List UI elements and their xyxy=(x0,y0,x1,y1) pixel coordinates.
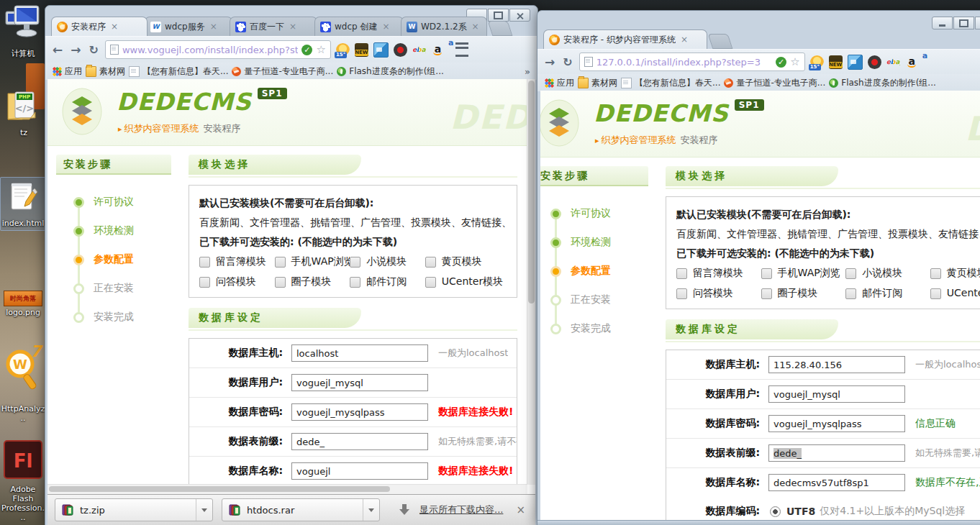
tab-close-icon[interactable] xyxy=(471,22,481,32)
module-option[interactable]: 留言簿模块 xyxy=(676,267,761,280)
desktop-icon-httpanalyzer[interactable]: 7 W HttpAnalyz.. xyxy=(1,344,45,423)
vertical-scrollbar-thumb[interactable] xyxy=(528,81,535,303)
text-input[interactable]: dede_ xyxy=(291,433,428,450)
checkbox[interactable] xyxy=(199,277,210,288)
module-option[interactable]: 问答模块 xyxy=(676,287,761,300)
bookmark-apps[interactable]: 应用 xyxy=(53,65,82,78)
photos-extension-icon[interactable] xyxy=(848,55,863,70)
checkbox[interactable] xyxy=(845,288,856,299)
module-option[interactable]: 邮件订阅 xyxy=(845,287,930,300)
bookmark-message[interactable]: 【您有新信息】春天... xyxy=(129,65,228,78)
forward-button[interactable] xyxy=(543,55,556,70)
show-all-downloads-link[interactable]: 显示所有下载内容... xyxy=(419,503,503,516)
address-bar[interactable]: www.voguejl.com/install/index.php?step xyxy=(105,40,331,59)
text-input[interactable]: voguejl xyxy=(291,462,428,480)
tab-close-icon[interactable] xyxy=(209,22,219,32)
bookmark-quantum[interactable]: 量子恒道-专业电子商... xyxy=(232,65,333,78)
tab-wd212[interactable]: WD2.1.2系 xyxy=(401,17,487,36)
desktop-icon-computer[interactable]: 计算机 xyxy=(1,4,45,58)
checkbox[interactable] xyxy=(676,268,687,279)
checkbox[interactable] xyxy=(761,288,772,299)
utf8-radio[interactable] xyxy=(770,506,781,517)
back-button[interactable] xyxy=(51,42,64,58)
bookmarks-overflow-chevron[interactable]: » xyxy=(525,66,530,77)
download-bar-close[interactable] xyxy=(513,503,528,516)
weather-extension-icon[interactable]: 15° xyxy=(810,55,824,69)
checkbox[interactable] xyxy=(275,277,286,288)
horizontal-scrollbar-thumb[interactable] xyxy=(49,486,390,492)
download-dropdown[interactable] xyxy=(363,499,379,521)
menu-button[interactable] xyxy=(455,42,468,57)
module-option[interactable]: 手机WAP浏览 xyxy=(275,255,350,268)
amazon-extension-icon[interactable]: a xyxy=(905,55,919,69)
new-tab-button[interactable] xyxy=(488,21,513,36)
address-bar[interactable]: 127.0.0.1/install/index.php?step=3 xyxy=(579,52,805,71)
maximize-button[interactable] xyxy=(488,9,509,22)
checkbox[interactable] xyxy=(845,268,856,279)
close-button[interactable] xyxy=(975,17,980,29)
checkbox[interactable] xyxy=(350,277,360,288)
photos-extension-icon[interactable] xyxy=(373,42,389,58)
forward-button[interactable] xyxy=(69,42,82,58)
tab-wdcp-service[interactable]: wdcp服务 xyxy=(145,17,232,36)
module-option[interactable]: 留言簿模块 xyxy=(199,255,275,268)
checkbox[interactable] xyxy=(350,257,360,268)
tab-close-icon[interactable] xyxy=(381,22,391,32)
desktop-icon-tz[interactable]: PHP </> tz xyxy=(1,88,46,137)
desktop-icon-logo-png[interactable]: 时尚角落 logo.png xyxy=(1,291,45,317)
text-input[interactable]: dede_ xyxy=(768,444,905,462)
weather-extension-icon[interactable]: 15° xyxy=(336,43,350,57)
ebay-extension-icon[interactable]: ebay xyxy=(412,43,426,57)
tab-baidu[interactable]: 百度一下 xyxy=(230,17,317,36)
bookmark-sucai[interactable]: 素材网 xyxy=(578,77,617,89)
text-input[interactable]: voguejl_mysql xyxy=(768,385,905,403)
module-option[interactable]: 邮件订阅 xyxy=(350,275,425,288)
record-extension-icon[interactable] xyxy=(394,43,407,57)
module-option[interactable]: 手机WAP浏览 xyxy=(761,267,846,280)
bookmark-apps[interactable]: 应用 xyxy=(545,77,574,89)
checkbox[interactable] xyxy=(199,257,210,268)
bookmark-quantum[interactable]: 量子恒道-专业电子商... xyxy=(724,77,825,89)
checkbox[interactable] xyxy=(425,277,436,288)
tab-close-icon[interactable] xyxy=(679,35,689,45)
text-input[interactable]: localhost xyxy=(291,344,428,362)
text-input[interactable]: dedecmsv57utf8sp1 xyxy=(768,474,905,491)
checkbox[interactable] xyxy=(761,268,772,279)
text-input[interactable]: voguejl_mysqlpass xyxy=(768,415,905,432)
module-option[interactable]: 黄页模块 xyxy=(425,255,507,268)
tab-close-icon[interactable] xyxy=(109,22,119,32)
module-option[interactable]: 黄页模块 xyxy=(930,267,980,280)
desktop-icon-index-html[interactable]: index.html xyxy=(0,177,46,231)
reload-button[interactable] xyxy=(88,42,100,58)
bookmark-flash[interactable]: Flash进度条的制作(组... xyxy=(337,65,444,78)
bookmark-star-icon[interactable] xyxy=(790,55,799,68)
bookmark-sucai[interactable]: 素材网 xyxy=(86,65,125,78)
ebay-extension-icon[interactable]: ebay xyxy=(886,55,900,69)
checkbox[interactable] xyxy=(275,257,286,268)
bookmark-star-icon[interactable] xyxy=(316,43,325,56)
download-item-tz[interactable]: tz.zip xyxy=(55,498,213,521)
module-option[interactable]: UCenter模块 xyxy=(930,287,980,300)
checkbox[interactable] xyxy=(676,288,687,299)
tab-installer[interactable]: 安装程序 - 织梦内容管理系统 xyxy=(543,29,707,49)
close-button[interactable] xyxy=(509,9,530,22)
maximize-button[interactable] xyxy=(953,17,974,29)
checkbox[interactable] xyxy=(425,257,436,268)
tab-close-icon[interactable] xyxy=(288,22,298,32)
amazon-extension-icon[interactable]: a xyxy=(431,43,445,57)
checkbox[interactable] xyxy=(930,268,941,279)
module-option[interactable]: 圈子模块 xyxy=(761,287,846,300)
download-item-htdocs[interactable]: htdocs.rar xyxy=(222,498,380,521)
module-option[interactable]: 问答模块 xyxy=(199,275,275,288)
bookmark-flash[interactable]: Flash进度条的制作(组... xyxy=(829,77,936,89)
module-option[interactable]: 小说模块 xyxy=(845,267,930,280)
minimize-button[interactable] xyxy=(932,17,953,29)
new-tab-button[interactable] xyxy=(708,34,733,49)
new-badge-extension-icon[interactable]: NEW xyxy=(829,55,843,69)
module-option[interactable]: UCenter模块 xyxy=(425,275,507,288)
text-input[interactable]: voguejl_mysql xyxy=(291,374,428,391)
module-option[interactable]: 圈子模块 xyxy=(275,275,350,288)
tab-installer[interactable]: 安装程序 xyxy=(51,17,148,36)
reload-button[interactable] xyxy=(561,55,573,70)
bookmark-message[interactable]: 【您有新信息】春天... xyxy=(621,77,720,89)
